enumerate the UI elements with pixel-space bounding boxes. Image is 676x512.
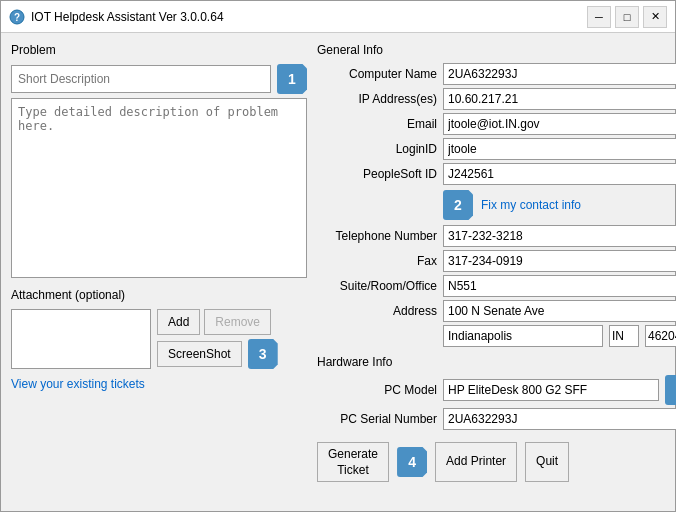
badge-4: 4 (397, 447, 427, 477)
fax-input[interactable] (443, 250, 676, 272)
email-label: Email (317, 117, 437, 131)
general-info-section: General Info Computer Name IP Address(es… (317, 43, 676, 347)
left-panel: Problem 1 Attachment (optional) Add (11, 43, 307, 501)
close-button[interactable]: ✕ (643, 6, 667, 28)
problem-section: Problem 1 (11, 43, 307, 278)
short-description-input[interactable] (11, 65, 271, 93)
svg-text:?: ? (14, 12, 20, 23)
general-info-label: General Info (317, 43, 676, 57)
computer-name-input[interactable] (443, 63, 676, 85)
problem-label: Problem (11, 43, 307, 57)
add-printer-button[interactable]: Add Printer (435, 442, 517, 482)
maximize-button[interactable]: □ (615, 6, 639, 28)
quit-button[interactable]: Quit (525, 442, 569, 482)
computer-name-label: Computer Name (317, 67, 437, 81)
hardware-label: Hardware Info (317, 355, 676, 369)
fax-row: Fax (317, 250, 676, 272)
detailed-description-input[interactable] (11, 98, 307, 278)
minimize-button[interactable]: ─ (587, 6, 611, 28)
pc-model-input[interactable] (443, 379, 659, 401)
title-bar-left: ? IOT Helpdesk Assistant Ver 3.0.0.64 (9, 9, 224, 25)
suite-row: Suite/Room/Office (317, 275, 676, 297)
address-label: Address (317, 304, 437, 318)
attachment-section: Attachment (optional) Add Remove ScreenS… (11, 288, 307, 391)
suite-input[interactable] (443, 275, 676, 297)
add-remove-row: Add Remove (157, 309, 278, 335)
serial-row: PC Serial Number (317, 408, 676, 430)
view-tickets-link[interactable]: View your existing tickets (11, 377, 307, 391)
serial-input[interactable] (443, 408, 676, 430)
fax-label: Fax (317, 254, 437, 268)
telephone-row: Telephone Number (317, 225, 676, 247)
badge-1: 1 (277, 64, 307, 94)
address-input[interactable] (443, 300, 676, 322)
add-button[interactable]: Add (157, 309, 200, 335)
serial-label: PC Serial Number (317, 412, 437, 426)
generate-ticket-button[interactable]: GenerateTicket (317, 442, 389, 482)
email-input[interactable] (443, 113, 676, 135)
attachment-label: Attachment (optional) (11, 288, 307, 302)
city-input[interactable] (443, 325, 603, 347)
hardware-info-section: Hardware Info PC Model 5 PC Serial Numbe… (317, 355, 676, 430)
computer-name-row: Computer Name (317, 63, 676, 85)
attachment-buttons: Add Remove ScreenShot 3 (157, 309, 278, 369)
window-title: IOT Helpdesk Assistant Ver 3.0.0.64 (31, 10, 224, 24)
login-row: LoginID (317, 138, 676, 160)
ip-row: IP Address(es) (317, 88, 676, 110)
pc-model-label: PC Model (317, 383, 437, 397)
attachment-box (11, 309, 151, 369)
title-controls: ─ □ ✕ (587, 6, 667, 28)
ip-input[interactable] (443, 88, 676, 110)
fix-contact-link[interactable]: Fix my contact info (481, 198, 581, 212)
peoplesoft-input[interactable] (443, 163, 676, 185)
title-bar: ? IOT Helpdesk Assistant Ver 3.0.0.64 ─ … (1, 1, 675, 33)
pc-model-row: PC Model 5 (317, 375, 676, 405)
remove-button[interactable]: Remove (204, 309, 271, 335)
bottom-buttons: GenerateTicket 4 Add Printer Quit (317, 442, 676, 482)
suite-label: Suite/Room/Office (317, 279, 437, 293)
badge-3: 3 (248, 339, 278, 369)
telephone-input[interactable] (443, 225, 676, 247)
ip-label: IP Address(es) (317, 92, 437, 106)
badge-5: 5 (665, 375, 676, 405)
address-row: Address (317, 300, 676, 322)
screenshot-button[interactable]: ScreenShot (157, 341, 242, 367)
app-window: ? IOT Helpdesk Assistant Ver 3.0.0.64 ─ … (0, 0, 676, 512)
login-input[interactable] (443, 138, 676, 160)
short-desc-row: 1 (11, 64, 307, 94)
fix-row: 2 Fix my contact info (317, 190, 676, 220)
login-label: LoginID (317, 142, 437, 156)
peoplesoft-row: PeopleSoft ID (317, 163, 676, 185)
zip-input[interactable] (645, 325, 676, 347)
right-panel: General Info Computer Name IP Address(es… (317, 43, 676, 501)
main-content: Problem 1 Attachment (optional) Add (1, 33, 675, 511)
screenshot-row: ScreenShot 3 (157, 339, 278, 369)
state-input[interactable] (609, 325, 639, 347)
email-row: Email (317, 113, 676, 135)
city-state-zip-row (317, 325, 676, 347)
telephone-label: Telephone Number (317, 229, 437, 243)
app-icon: ? (9, 9, 25, 25)
peoplesoft-label: PeopleSoft ID (317, 167, 437, 181)
badge-2: 2 (443, 190, 473, 220)
attachment-row: Add Remove ScreenShot 3 (11, 309, 307, 369)
